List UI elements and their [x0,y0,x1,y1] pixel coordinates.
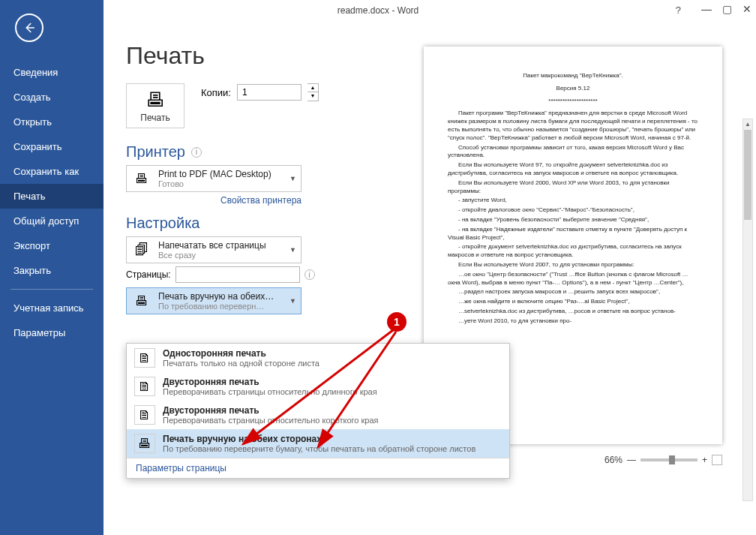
chevron-down-icon: ▼ [290,297,296,305]
pages-field: Страницы: i [126,266,404,283]
backstage-sidebar: Сведения Создать Открыть Сохранить Сохра… [0,0,104,535]
nav-item-saveas[interactable]: Сохранить как [0,159,104,184]
zoom-in-button[interactable]: + [702,455,707,465]
vertical-scrollbar[interactable]: ▲ [742,119,753,501]
nav-item-new[interactable]: Создать [0,85,104,110]
copies-field: Копии: ▲ ▼ [201,83,319,101]
close-button[interactable]: ✕ [742,3,752,15]
chevron-down-icon: ▼ [290,246,296,254]
duplex-option-single[interactable]: 🗎 Односторонняя печатьПечатать только на… [127,344,509,372]
nav-item-share[interactable]: Общий доступ [0,209,104,233]
copies-down[interactable]: ▼ [308,92,318,101]
duplex-option-short[interactable]: 🗎 Двусторонняя печатьПереворачивать стра… [127,401,509,429]
nav-item-save[interactable]: Сохранить [0,134,104,159]
nav-item-info[interactable]: Сведения [0,60,104,85]
scroll-thumb[interactable] [744,130,752,220]
fit-page-button[interactable] [712,455,722,465]
chevron-down-icon: ▼ [290,175,296,182]
nav-separator [10,289,93,290]
back-button[interactable] [15,14,44,42]
zoom-controls: 66% — + [604,455,722,465]
print-button[interactable]: 🖶 Печать [126,83,184,128]
printer-icon: 🖶 [134,434,155,453]
printer-icon: 🖶 [127,90,184,110]
copies-spinner: ▲ ▼ [308,83,319,101]
info-icon[interactable]: i [304,269,315,280]
window-controls: — ▢ ✕ [701,3,752,15]
annotation-badge: 1 [387,312,406,332]
nav-item-close[interactable]: Закрыть [0,258,104,283]
printer-status: Готово [158,179,284,188]
printer-icon: 🖶 [131,291,152,311]
printer-name: Print to PDF (MAC Desktop) [158,169,284,179]
print-button-label: Печать [127,113,184,123]
copies-label: Копии: [201,87,231,98]
duplex-dropdown-menu: 🗎 Односторонняя печатьПечатать только на… [126,343,510,479]
nav-item-export[interactable]: Экспорт [0,233,104,258]
printer-icon: 🖶 [131,169,152,188]
nav-item-print[interactable]: Печать [0,184,104,209]
page-icon: 🗎 [134,377,155,396]
arrow-left-icon [22,21,36,35]
pages-label: Страницы: [126,269,171,280]
copies-up[interactable]: ▲ [308,84,318,92]
printer-heading: Принтер i [126,143,404,161]
duplex-option-manual[interactable]: 🖶 Печать вручную на обеих сторонахПо тре… [127,429,509,458]
help-icon[interactable]: ? [676,5,681,16]
page-title: Печать [126,42,404,70]
settings-heading: Настройка [126,215,404,232]
zoom-value: 66% [604,455,622,465]
nav-item-open[interactable]: Открыть [0,110,104,134]
nav-item-account[interactable]: Учетная запись [0,296,104,320]
window-title: readme.docx - Word [338,5,419,16]
pages-input[interactable] [176,266,300,283]
copies-input[interactable] [237,84,302,101]
printer-select[interactable]: 🖶 Print to PDF (MAC Desktop) Готово ▼ [126,165,302,192]
page-icon: 🗎 [134,405,155,425]
scroll-up[interactable]: ▲ [743,119,752,130]
zoom-out-button[interactable]: — [627,455,636,465]
page-setup-link[interactable]: Параметры страницы [127,458,509,478]
nav-item-options[interactable]: Параметры [0,320,104,345]
nav-list: Сведения Создать Открыть Сохранить Сохра… [0,60,104,345]
pages-icon: 🗐 [131,240,152,260]
page-icon: 🗎 [134,348,155,368]
print-range-select[interactable]: 🗐 Напечатать все страницы Все сразу ▼ [126,236,302,263]
zoom-slider[interactable] [640,458,698,461]
minimize-button[interactable]: — [701,3,712,15]
duplex-select[interactable]: 🖶 Печать вручную на обеих… По требованию… [126,287,302,314]
titlebar: readme.docx - Word ? — ▢ ✕ [0,0,756,21]
printer-properties-link[interactable]: Свойства принтера [126,195,302,206]
duplex-option-long[interactable]: 🗎 Двусторонняя печатьПереворачивать стра… [127,372,509,401]
info-icon[interactable]: i [191,147,202,158]
maximize-button[interactable]: ▢ [722,3,732,15]
